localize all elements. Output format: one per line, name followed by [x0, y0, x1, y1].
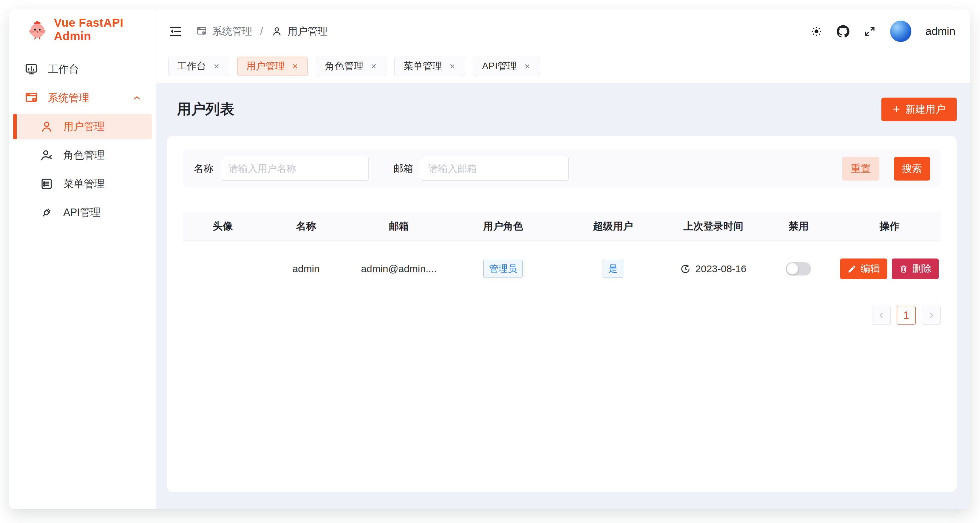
- sidebar-item-system[interactable]: 系统管理: [10, 85, 156, 111]
- breadcrumb: 系统管理 / 用户管理: [196, 25, 328, 38]
- user-avatar[interactable]: [890, 21, 912, 42]
- sidebar-item-label: API管理: [63, 205, 100, 219]
- chevron-left-icon: [877, 311, 886, 320]
- app-window: Vue FastAPI Admin 工作台 系统管理: [10, 10, 970, 509]
- col-header-email: 邮箱: [350, 219, 449, 233]
- app-title: Vue FastAPI Admin: [54, 16, 156, 43]
- tab-close-icon[interactable]: [213, 63, 220, 70]
- col-header-last-login: 上次登录时间: [668, 219, 759, 233]
- system-manage-icon: [196, 25, 207, 37]
- sidebar-item-label: 角色管理: [63, 148, 105, 162]
- page-content: 用户列表 + 新建用户 名称 邮箱 重置 搜索: [156, 83, 970, 509]
- sidebar: Vue FastAPI Admin 工作台 系统管理: [10, 10, 156, 509]
- pagination-page-1[interactable]: 1: [897, 306, 916, 325]
- theme-sun-icon: [810, 25, 823, 38]
- pagination: 1: [183, 306, 941, 325]
- user-icon: [271, 25, 283, 37]
- system-manage-icon: [24, 91, 39, 105]
- github-icon: [837, 25, 850, 38]
- breadcrumb-item-system[interactable]: 系统管理: [196, 25, 252, 38]
- active-indicator-bar: [13, 114, 17, 139]
- email-filter-label: 邮箱: [393, 162, 414, 176]
- breadcrumb-separator: /: [260, 25, 263, 37]
- tab-users[interactable]: 用户管理: [237, 57, 308, 76]
- last-login-value: 2023-08-16: [695, 263, 746, 275]
- col-header-superuser: 超级用户: [558, 219, 668, 233]
- edit-button-label: 编辑: [861, 262, 880, 275]
- trash-icon: [899, 264, 908, 273]
- tab-menus[interactable]: 菜单管理: [395, 57, 465, 76]
- sidebar-item-label: 系统管理: [48, 91, 89, 105]
- sidebar-item-menus[interactable]: 菜单管理: [10, 171, 156, 197]
- chick-logo-icon: [27, 19, 48, 40]
- tab-close-icon[interactable]: [291, 63, 299, 70]
- new-user-button-label: 新建用户: [905, 103, 945, 116]
- chevron-right-icon: [927, 311, 936, 320]
- col-header-role: 用户角色: [448, 219, 558, 233]
- search-button[interactable]: 搜索: [894, 157, 930, 181]
- tab-label: API管理: [482, 60, 517, 73]
- page-title: 用户列表: [177, 100, 234, 119]
- username-label[interactable]: admin: [925, 25, 955, 38]
- table-row: admin admin@admin.... 管理员 是: [183, 241, 941, 297]
- sidebar-item-label: 菜单管理: [63, 177, 105, 191]
- pencil-icon: [848, 264, 856, 273]
- disabled-toggle[interactable]: [786, 262, 811, 275]
- row-email: admin@admin....: [350, 263, 449, 275]
- topbar: 系统管理 / 用户管理: [156, 10, 970, 53]
- table-header-row: 头像 名称 邮箱 用户角色 超级用户 上次登录时间 禁用 操作: [183, 212, 941, 241]
- toggle-knob: [787, 263, 798, 275]
- tab-close-icon[interactable]: [523, 63, 531, 70]
- delete-button[interactable]: 删除: [892, 259, 939, 279]
- fullscreen-icon: [864, 25, 876, 38]
- filter-bar: 名称 邮箱 重置 搜索: [183, 150, 941, 188]
- sidebar-item-workbench[interactable]: 工作台: [10, 57, 156, 82]
- delete-button-label: 删除: [912, 262, 931, 275]
- name-filter-input[interactable]: [221, 157, 369, 181]
- user-icon: [39, 119, 54, 134]
- logo[interactable]: Vue FastAPI Admin: [10, 10, 156, 49]
- col-header-actions: 操作: [838, 219, 941, 233]
- breadcrumb-item-users[interactable]: 用户管理: [271, 25, 328, 38]
- name-filter-label: 名称: [194, 162, 213, 176]
- sidebar-item-label: 工作台: [48, 62, 79, 76]
- pagination-next-button[interactable]: [922, 306, 941, 325]
- github-link-button[interactable]: [837, 25, 850, 38]
- email-filter-input[interactable]: [421, 157, 569, 181]
- sidebar-item-api[interactable]: API管理: [10, 200, 156, 225]
- tab-api[interactable]: API管理: [473, 57, 540, 76]
- edit-button[interactable]: 编辑: [840, 259, 887, 279]
- menu-fold-icon: [168, 24, 182, 38]
- tab-roles[interactable]: 角色管理: [316, 57, 387, 76]
- api-plug-icon: [39, 205, 54, 220]
- tab-workbench[interactable]: 工作台: [168, 57, 229, 76]
- tabs-bar: 工作台 用户管理 角色管理 菜单管理 API管理: [156, 53, 970, 83]
- pagination-prev-button[interactable]: [872, 306, 891, 325]
- role-tag: 管理员: [483, 260, 523, 278]
- sidebar-item-label: 用户管理: [63, 119, 105, 134]
- row-name: admin: [262, 263, 350, 275]
- sidebar-item-users[interactable]: 用户管理: [13, 114, 152, 139]
- workbench-icon: [24, 62, 39, 76]
- sidebar-item-roles[interactable]: 角色管理: [10, 143, 156, 168]
- menu-list-icon: [39, 176, 54, 191]
- tab-close-icon[interactable]: [449, 63, 456, 70]
- breadcrumb-label: 系统管理: [212, 25, 252, 38]
- tab-label: 用户管理: [246, 60, 285, 73]
- theme-toggle-button[interactable]: [810, 25, 823, 38]
- plus-icon: +: [893, 103, 900, 115]
- content-card: 名称 邮箱 重置 搜索 头像 名称 邮箱 用户角色 超级用户 上次登录: [167, 136, 957, 492]
- breadcrumb-label: 用户管理: [288, 25, 328, 38]
- fullscreen-button[interactable]: [864, 25, 876, 38]
- reset-button[interactable]: 重置: [842, 157, 880, 181]
- tab-label: 菜单管理: [403, 60, 442, 73]
- collapse-sidebar-button[interactable]: [168, 24, 182, 38]
- tab-label: 工作台: [177, 60, 206, 73]
- new-user-button[interactable]: + 新建用户: [881, 98, 957, 121]
- col-header-avatar: 头像: [183, 219, 262, 233]
- main-area: 系统管理 / 用户管理: [156, 10, 970, 509]
- tab-close-icon[interactable]: [370, 63, 377, 70]
- superuser-tag: 是: [603, 260, 623, 278]
- users-table: 头像 名称 邮箱 用户角色 超级用户 上次登录时间 禁用 操作 admin ad…: [183, 212, 941, 297]
- sidebar-menu: 工作台 系统管理: [10, 49, 156, 225]
